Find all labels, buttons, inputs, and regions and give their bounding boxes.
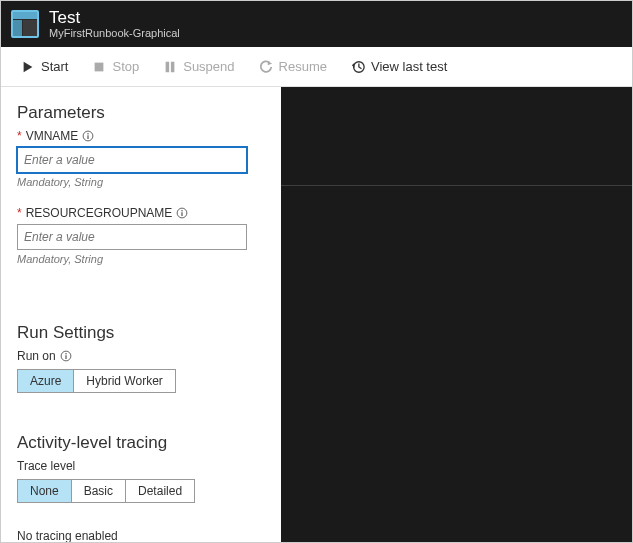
parameters-heading: Parameters: [17, 103, 265, 123]
tracing-heading: Activity-level tracing: [17, 433, 265, 453]
start-label: Start: [41, 59, 68, 74]
output-panel: [281, 87, 632, 542]
rgname-hint: Mandatory, String: [17, 253, 265, 265]
tracing-message: No tracing enabled: [17, 529, 265, 542]
pause-icon: [163, 60, 177, 74]
page-subtitle: MyFirstRunbook-Graphical: [49, 27, 180, 39]
start-button[interactable]: Start: [9, 47, 80, 86]
output-divider: [281, 185, 632, 186]
header-text: Test MyFirstRunbook-Graphical: [49, 9, 180, 40]
run-on-azure[interactable]: Azure: [18, 370, 74, 392]
vmname-label: * VMNAME: [17, 129, 265, 143]
svg-point-8: [88, 133, 90, 135]
run-on-label: Run on: [17, 349, 265, 363]
stop-label: Stop: [112, 59, 139, 74]
svg-rect-2: [166, 61, 170, 72]
info-icon[interactable]: [60, 350, 72, 362]
svg-marker-4: [267, 60, 271, 64]
vmname-hint: Mandatory, String: [17, 176, 265, 188]
required-asterisk: *: [17, 206, 22, 220]
resume-button[interactable]: Resume: [247, 47, 339, 86]
trace-level-label: Trace level: [17, 459, 265, 473]
run-on-hybrid[interactable]: Hybrid Worker: [74, 370, 174, 392]
runbook-icon: [11, 10, 39, 38]
info-icon[interactable]: [82, 130, 94, 142]
vmname-label-text: VMNAME: [26, 129, 79, 143]
svg-rect-12: [182, 212, 183, 216]
stop-button[interactable]: Stop: [80, 47, 151, 86]
view-last-test-button[interactable]: View last test: [339, 47, 459, 86]
svg-marker-0: [24, 61, 33, 72]
required-asterisk: *: [17, 129, 22, 143]
page-title: Test: [49, 9, 180, 28]
vmname-input[interactable]: [17, 147, 247, 173]
rgname-label: * RESOURCEGROUPNAME: [17, 206, 265, 220]
svg-point-11: [182, 210, 184, 212]
svg-point-14: [65, 353, 67, 355]
trace-detailed[interactable]: Detailed: [126, 480, 194, 502]
svg-rect-9: [88, 135, 89, 139]
svg-rect-1: [95, 62, 104, 71]
run-on-label-text: Run on: [17, 349, 56, 363]
run-settings-heading: Run Settings: [17, 323, 265, 343]
resume-label: Resume: [279, 59, 327, 74]
toolbar: Start Stop Suspend Resume View last test: [1, 47, 632, 87]
rgname-label-text: RESOURCEGROUPNAME: [26, 206, 173, 220]
svg-rect-15: [65, 355, 66, 359]
play-icon: [21, 60, 35, 74]
trace-basic[interactable]: Basic: [72, 480, 126, 502]
svg-rect-3: [171, 61, 175, 72]
run-on-toggle: Azure Hybrid Worker: [17, 369, 176, 393]
trace-level-toggle: None Basic Detailed: [17, 479, 195, 503]
history-icon: [351, 60, 365, 74]
suspend-label: Suspend: [183, 59, 234, 74]
trace-none[interactable]: None: [18, 480, 72, 502]
resume-icon: [259, 60, 273, 74]
page-header: Test MyFirstRunbook-Graphical: [1, 1, 632, 47]
settings-panel: Parameters * VMNAME Mandatory, String * …: [1, 87, 281, 542]
view-last-test-label: View last test: [371, 59, 447, 74]
rgname-input[interactable]: [17, 224, 247, 250]
stop-icon: [92, 60, 106, 74]
suspend-button[interactable]: Suspend: [151, 47, 246, 86]
info-icon[interactable]: [176, 207, 188, 219]
